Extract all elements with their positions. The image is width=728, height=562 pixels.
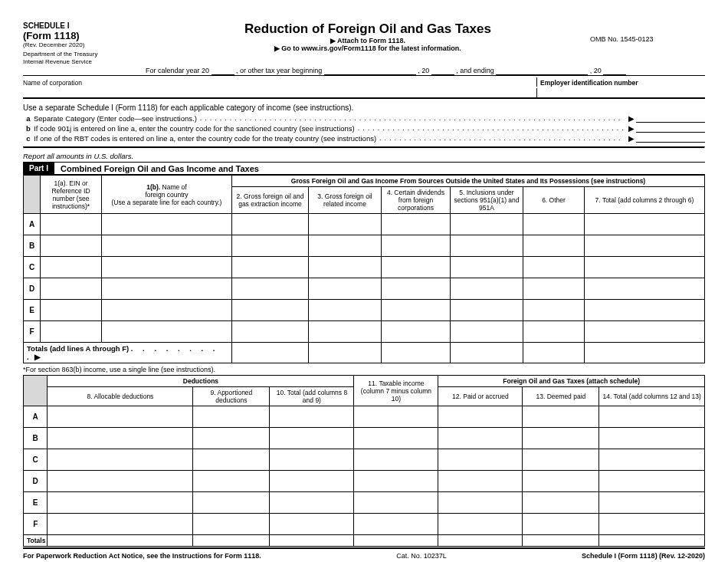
total-7[interactable] xyxy=(585,343,705,363)
cell-7[interactable] xyxy=(585,321,705,343)
ein-input[interactable] xyxy=(536,88,705,97)
cell-8[interactable] xyxy=(48,471,193,492)
cell-6[interactable] xyxy=(523,257,585,278)
cell-13[interactable] xyxy=(523,514,599,535)
cell-13[interactable] xyxy=(523,428,599,449)
cell-3[interactable] xyxy=(309,278,382,300)
cell-2[interactable] xyxy=(232,321,309,343)
cell-13[interactable] xyxy=(523,492,599,514)
cell-14[interactable] xyxy=(599,514,705,535)
cell-9[interactable] xyxy=(193,428,270,449)
cell-6[interactable] xyxy=(523,321,585,343)
cell-2[interactable] xyxy=(232,300,309,321)
begin-input[interactable] xyxy=(324,67,416,75)
cell-8[interactable] xyxy=(48,449,193,471)
cell-13[interactable] xyxy=(523,471,599,492)
end-input[interactable] xyxy=(496,67,588,75)
cell-11[interactable] xyxy=(354,514,438,535)
cell-4[interactable] xyxy=(382,235,451,257)
cell-9[interactable] xyxy=(193,492,270,514)
cell-14[interactable] xyxy=(599,406,705,428)
total-2[interactable] xyxy=(232,343,309,363)
cell-10[interactable] xyxy=(270,471,354,492)
cell-5[interactable] xyxy=(451,278,523,300)
cell-1a[interactable] xyxy=(41,278,102,300)
total-8[interactable] xyxy=(48,535,193,547)
cell-7[interactable] xyxy=(585,300,705,321)
total-13[interactable] xyxy=(523,535,599,547)
cell-5[interactable] xyxy=(451,300,523,321)
cell-4[interactable] xyxy=(382,300,451,321)
cell-5[interactable] xyxy=(451,235,523,257)
cell-1a[interactable] xyxy=(41,214,102,235)
cell-11[interactable] xyxy=(354,406,438,428)
cell-7[interactable] xyxy=(585,257,705,278)
cell-3[interactable] xyxy=(309,257,382,278)
cell-12[interactable] xyxy=(438,449,523,471)
cell-1b[interactable] xyxy=(102,235,232,257)
cell-8[interactable] xyxy=(48,428,193,449)
cell-9[interactable] xyxy=(193,449,270,471)
cell-7[interactable] xyxy=(585,235,705,257)
cell-12[interactable] xyxy=(438,492,523,514)
cell-7[interactable] xyxy=(585,214,705,235)
cell-10[interactable] xyxy=(270,492,354,514)
cell-1b[interactable] xyxy=(102,321,232,343)
cell-14[interactable] xyxy=(599,428,705,449)
cell-1a[interactable] xyxy=(41,235,102,257)
total-14[interactable] xyxy=(599,535,705,547)
cell-1b[interactable] xyxy=(102,214,232,235)
year1-input[interactable] xyxy=(212,67,234,75)
cell-5[interactable] xyxy=(451,321,523,343)
cell-8[interactable] xyxy=(48,406,193,428)
cell-11[interactable] xyxy=(354,471,438,492)
cell-10[interactable] xyxy=(270,428,354,449)
cell-4[interactable] xyxy=(382,214,451,235)
year2-input[interactable] xyxy=(431,67,454,75)
cell-14[interactable] xyxy=(599,449,705,471)
cell-12[interactable] xyxy=(438,428,523,449)
cell-12[interactable] xyxy=(438,471,523,492)
cell-6[interactable] xyxy=(523,278,585,300)
total-9[interactable] xyxy=(193,535,270,547)
cell-7[interactable] xyxy=(585,278,705,300)
total-12[interactable] xyxy=(438,535,523,547)
total-6[interactable] xyxy=(523,343,585,363)
cell-4[interactable] xyxy=(382,321,451,343)
cell-1b[interactable] xyxy=(102,300,232,321)
cell-9[interactable] xyxy=(193,514,270,535)
name-of-corp-input[interactable] xyxy=(23,88,536,97)
total-10[interactable] xyxy=(270,535,354,547)
cell-11[interactable] xyxy=(354,449,438,471)
cell-10[interactable] xyxy=(270,449,354,471)
cell-11[interactable] xyxy=(354,428,438,449)
line-a-input[interactable] xyxy=(636,115,705,123)
total-5[interactable] xyxy=(451,343,523,363)
cell-4[interactable] xyxy=(382,257,451,278)
line-c-input[interactable] xyxy=(636,135,705,143)
cell-10[interactable] xyxy=(270,406,354,428)
cell-3[interactable] xyxy=(309,300,382,321)
cell-2[interactable] xyxy=(232,278,309,300)
cell-5[interactable] xyxy=(451,257,523,278)
cell-14[interactable] xyxy=(599,471,705,492)
cell-3[interactable] xyxy=(309,214,382,235)
cell-14[interactable] xyxy=(599,492,705,514)
cell-6[interactable] xyxy=(523,300,585,321)
cell-12[interactable] xyxy=(438,514,523,535)
cell-3[interactable] xyxy=(309,321,382,343)
cell-3[interactable] xyxy=(309,235,382,257)
cell-10[interactable] xyxy=(270,514,354,535)
cell-1b[interactable] xyxy=(102,278,232,300)
cell-12[interactable] xyxy=(438,406,523,428)
total-11[interactable] xyxy=(354,535,438,547)
cell-8[interactable] xyxy=(48,492,193,514)
cell-13[interactable] xyxy=(523,406,599,428)
total-3[interactable] xyxy=(309,343,382,363)
cell-11[interactable] xyxy=(354,492,438,514)
cell-9[interactable] xyxy=(193,471,270,492)
cell-1b[interactable] xyxy=(102,257,232,278)
cell-2[interactable] xyxy=(232,257,309,278)
cell-1a[interactable] xyxy=(41,321,102,343)
year3-input[interactable] xyxy=(603,67,626,75)
